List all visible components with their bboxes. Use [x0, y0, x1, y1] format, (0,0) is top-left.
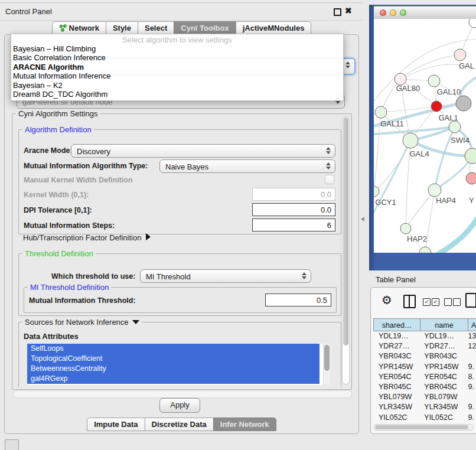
network-canvas[interactable]: GALGAL80GAL10GAL1GAL11SWI4GAL4YHAP4GCY1H…	[374, 19, 476, 253]
table-cell	[466, 351, 476, 361]
aracne-mode-label: Aracne Mode:	[24, 146, 73, 155]
network-node[interactable]	[469, 19, 476, 28]
checked-checkbox-icon[interactable]: ✓	[432, 298, 439, 306]
table-row[interactable]: YBR043CYBR043C	[373, 351, 476, 361]
tab-cyni-toolbox[interactable]: Cyni Toolbox	[174, 21, 236, 35]
minimize-traffic-light-icon[interactable]	[390, 9, 396, 16]
attribute-item-topologicalcoefficient[interactable]: TopologicalCoefficient	[27, 354, 319, 364]
network-node-label: HAP2	[407, 234, 427, 243]
table-cell: YIL052C	[373, 413, 419, 423]
mi-type-combobox[interactable]: Naive Bayes	[159, 159, 335, 173]
table-row[interactable]: YDR27…YDR27…12	[373, 341, 476, 351]
table-row[interactable]: YLR345WYLR345W9.	[373, 402, 476, 412]
hub-definition-toggle[interactable]: Hub/Transcription Factor Definition	[23, 233, 151, 242]
network-node-label: HAP4	[436, 196, 456, 205]
network-node-gal[interactable]	[454, 49, 466, 61]
unchecked-checkbox-icon[interactable]	[444, 298, 452, 306]
manual-kernel-checkbox[interactable]	[325, 175, 334, 184]
network-node-gal4[interactable]	[403, 133, 418, 148]
network-node-y[interactable]	[466, 172, 476, 184]
network-node-label: GAL11	[380, 119, 404, 128]
tab-discretize-data[interactable]: Discretize Data	[145, 418, 214, 431]
network-node-gal11[interactable]	[375, 106, 387, 118]
algorithm-item-mutual-information-inference[interactable]: Mutual Information Inference	[11, 71, 343, 80]
table-cell: YBR043C	[373, 351, 419, 361]
table-row[interactable]: YBL079WYBL079W	[373, 392, 476, 402]
partial-corner-widget	[5, 439, 19, 450]
network-node-label: GAL	[459, 61, 474, 70]
document-icon[interactable]	[465, 293, 476, 308]
table-horizontal-scrollbar[interactable]	[373, 424, 474, 431]
apply-button[interactable]: Apply	[159, 398, 200, 413]
mi-steps-label: Mutual Information Steps:	[24, 221, 115, 230]
tab-infer-network[interactable]: Infer Network	[213, 418, 276, 431]
table-cell	[466, 392, 476, 402]
attribute-item-betweennesscentrality[interactable]: BetweennessCentrality	[27, 364, 319, 374]
table-cell: YBL079W	[373, 392, 419, 402]
close-icon[interactable]: ✖	[345, 6, 352, 15]
list-scrollbar[interactable]	[323, 344, 330, 385]
algorithm-item-bayesian-k2[interactable]: Bayesian – K2	[11, 81, 343, 90]
tab-style-label: Style	[113, 22, 131, 34]
table-cell: YPR145W	[373, 362, 419, 372]
mi-threshold-label: Mutual Information Threshold:	[29, 296, 136, 305]
attribute-item-gal4rgexp[interactable]: gal4RGexp	[27, 374, 319, 384]
algorithm-item-bayesian-hill-climbing[interactable]: Bayesian – Hill Climbing	[11, 44, 343, 53]
table-row[interactable]: YBR045CYBR045C9.	[373, 382, 476, 392]
control-panel-title: Control Panel	[5, 7, 52, 16]
network-node[interactable]	[465, 148, 476, 164]
algorithm-item-aracne-algorithm[interactable]: ARACNE Algorithm	[11, 63, 343, 71]
gear-icon[interactable]: ⚙	[382, 293, 392, 307]
zoom-traffic-light-icon[interactable]	[400, 9, 406, 16]
table-row[interactable]: YDL19…YDL19…13	[373, 331, 476, 341]
network-node[interactable]	[456, 96, 471, 111]
column-header-2[interactable]: name	[420, 318, 468, 331]
network-node-gal1[interactable]	[431, 101, 442, 112]
table-cell: 9.	[466, 382, 476, 392]
algorithm-item-basic-correlation-inference[interactable]: Basic Correlation Inference	[11, 53, 343, 62]
control-panel: Control Panel ✖ NetworkStyleSelectCyni T…	[0, 0, 363, 435]
mi-threshold-field[interactable]: 0.5	[265, 294, 331, 306]
pane-divider-arrow[interactable]	[361, 217, 364, 221]
network-node-hap2[interactable]	[400, 223, 411, 234]
table-row[interactable]: YPR145WYPR145W9.	[373, 362, 476, 372]
column-header-3[interactable]: A	[468, 318, 476, 331]
network-graph: GALGAL80GAL10GAL1GAL11SWI4GAL4YHAP4GCY1H…	[374, 19, 476, 253]
checked-checkbox-icon[interactable]: ✓	[423, 298, 431, 306]
table-panel: ⚙ ✓ ✓ shared…nameA YDL19…YDL19…13YDR27…Y…	[370, 287, 476, 434]
split-columns-icon[interactable]	[403, 295, 416, 308]
kernel-width-field[interactable]: 0.0	[252, 188, 335, 201]
tab-discretize-data-label: Discretize Data	[152, 418, 207, 431]
tab-select[interactable]: Select	[138, 21, 174, 35]
network-node-hap4[interactable]	[428, 184, 441, 197]
tab-impute-data[interactable]: Impute Data	[87, 418, 145, 431]
table-row[interactable]: YER054CYER054C8.	[373, 372, 476, 382]
tab-jactivemnodules-label: jActiveMNodules	[243, 22, 305, 34]
tab-network[interactable]: Network	[52, 21, 106, 35]
unchecked-checkbox-icon[interactable]	[453, 298, 461, 306]
table-panel-title: Table Panel	[376, 275, 416, 284]
network-node-gal10[interactable]	[428, 75, 440, 87]
dpi-tolerance-field[interactable]: 0.0	[252, 203, 335, 216]
network-node-label: Y	[469, 196, 474, 205]
expand-right-icon	[146, 233, 151, 240]
tab-jactivemnodules[interactable]: jActiveMNodules	[236, 21, 312, 35]
network-window-titlebar[interactable]	[374, 6, 476, 20]
threshold-definition-title: Threshold Definition	[22, 249, 96, 258]
tab-style[interactable]: Style	[106, 21, 138, 35]
float-window-icon[interactable]	[334, 8, 341, 16]
horizontal-scroll-track[interactable]	[13, 390, 352, 398]
settings-scrollbar[interactable]	[342, 116, 350, 384]
attribute-item-selfloops[interactable]: SelfLoops	[27, 344, 319, 354]
column-header-1[interactable]: shared…	[373, 318, 420, 331]
network-node-swi4[interactable]	[449, 121, 461, 133]
network-node-gal80[interactable]	[395, 73, 406, 85]
which-threshold-combobox[interactable]: MI Threshold	[140, 269, 311, 283]
table-row[interactable]: YIL052CYIL052C9.	[373, 413, 476, 423]
mi-steps-field[interactable]: 6	[252, 219, 335, 231]
aracne-mode-combobox[interactable]: Discovery	[71, 144, 335, 158]
algorithm-item-dream8-dc-tdc-algorithm[interactable]: Dream8 DC_TDC Algorithm	[11, 90, 343, 99]
table-cell: YDL19…	[373, 331, 419, 341]
sources-title[interactable]: Sources for Network Inference	[22, 318, 142, 327]
close-traffic-light-icon[interactable]	[380, 9, 386, 16]
